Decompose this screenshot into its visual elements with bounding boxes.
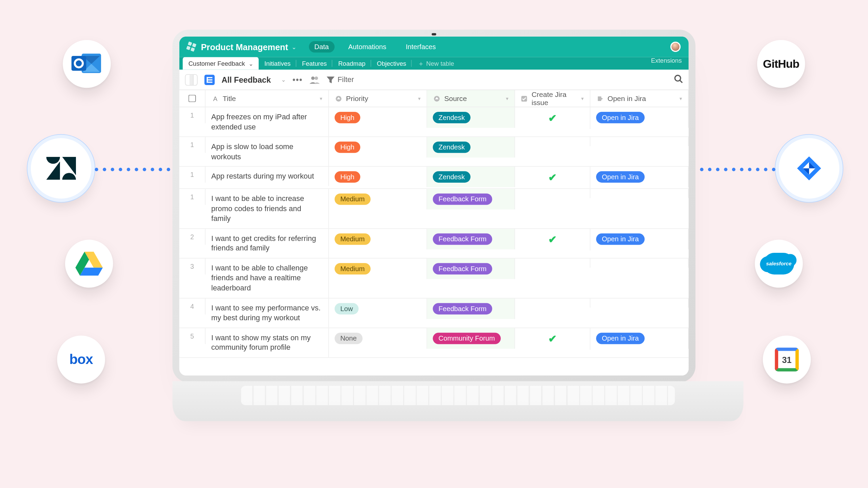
cell-priority[interactable]: Medium (329, 189, 427, 210)
cell-title[interactable]: I want to see my performance vs. my best… (205, 298, 329, 327)
cell-title[interactable]: App restarts during my workout (205, 167, 329, 186)
cell-source[interactable]: Zendesk (427, 107, 515, 128)
cell-create-jira[interactable] (515, 189, 590, 198)
table-row[interactable]: 1 App restarts during my workout High Ze… (179, 167, 689, 189)
grid-body: 1 App freezes on my iPad after extended … (179, 107, 689, 375)
row-number: 5 (179, 328, 205, 344)
cell-create-jira[interactable] (515, 137, 590, 146)
cell-title[interactable]: I want to be able to challenge friends a… (205, 259, 329, 298)
column-source[interactable]: Source ▾ (427, 90, 515, 107)
row-number: 2 (179, 229, 205, 245)
box-icon: box (57, 336, 105, 383)
source-pill: Feedback Form (433, 194, 492, 205)
cell-source[interactable]: Community Forum (427, 328, 515, 349)
chevron-down-icon[interactable]: ⌄ (281, 77, 285, 83)
cell-create-jira[interactable] (515, 298, 590, 307)
cell-source[interactable]: Zendesk (427, 167, 515, 187)
cell-title[interactable]: I want to get credits for referring frie… (205, 229, 329, 258)
cell-source[interactable]: Zendesk (427, 137, 515, 158)
cell-open-jira[interactable] (590, 298, 689, 307)
new-table-button[interactable]: ＋ New table (412, 57, 460, 69)
cell-title[interactable]: App is slow to load some workouts (205, 137, 329, 166)
select-all-checkbox[interactable] (179, 90, 205, 107)
chevron-down-icon[interactable]: ▾ (320, 96, 322, 101)
cell-title[interactable]: App freezes on my iPad after extended us… (205, 107, 329, 137)
cell-priority[interactable]: None (329, 328, 427, 349)
nav-data[interactable]: Data (309, 41, 334, 53)
open-in-jira-button[interactable]: Open in Jira (596, 233, 645, 245)
column-create-jira[interactable]: Create Jira issue ▾ (515, 90, 590, 107)
open-in-jira-button[interactable]: Open in Jira (596, 171, 645, 183)
table-row[interactable]: 2 I want to get credits for referring fr… (179, 229, 689, 259)
source-pill: Feedback Form (433, 263, 492, 274)
zendesk-icon (31, 138, 92, 199)
cell-open-jira[interactable] (590, 259, 689, 268)
cell-priority[interactable]: Medium (329, 259, 427, 279)
tab-initiatives[interactable]: Initiatives (259, 57, 296, 69)
cell-priority[interactable]: High (329, 137, 427, 158)
row-number: 1 (179, 167, 205, 183)
text-field-icon: A (211, 95, 219, 103)
github-icon: GitHub (757, 40, 805, 88)
table-row[interactable]: 4 I want to see my performance vs. my be… (179, 298, 689, 328)
cell-source[interactable]: Feedback Form (427, 189, 515, 210)
cell-source[interactable]: Feedback Form (427, 298, 515, 319)
nav-automations[interactable]: Automations (342, 41, 392, 53)
cell-open-jira[interactable]: Open in Jira (590, 328, 689, 349)
cell-source[interactable]: Feedback Form (427, 259, 515, 279)
cell-create-jira[interactable]: ✔ (515, 229, 590, 250)
cell-title[interactable]: I want to show my stats on my community … (205, 328, 329, 357)
tab-objectives[interactable]: Objectives (371, 57, 412, 69)
table-row[interactable]: 1 App is slow to load some workouts High… (179, 137, 689, 167)
cell-open-jira[interactable] (590, 137, 689, 146)
open-in-jira-button[interactable]: Open in Jira (596, 112, 645, 123)
table-row[interactable]: 3 I want to be able to challenge friends… (179, 259, 689, 298)
table-row[interactable]: 5 I want to show my stats on my communit… (179, 328, 689, 358)
cell-priority[interactable]: High (329, 107, 427, 128)
sidebar-toggle-icon[interactable] (185, 74, 198, 85)
table-row[interactable]: 1 App freezes on my iPad after extended … (179, 107, 689, 137)
avatar[interactable] (670, 42, 680, 52)
chevron-down-icon[interactable]: ⌄ (249, 60, 253, 67)
source-pill: Zendesk (433, 142, 470, 153)
collaborators-icon[interactable] (310, 76, 320, 84)
priority-pill: Medium (335, 233, 371, 245)
tab-features[interactable]: Features (296, 57, 333, 69)
chevron-down-icon[interactable]: ⌄ (292, 44, 296, 50)
filter-button[interactable]: Filter (327, 75, 354, 84)
base-title[interactable]: Product Management (201, 42, 288, 52)
extensions-button[interactable]: Extensions (644, 57, 689, 69)
chevron-down-icon[interactable]: ▾ (506, 96, 509, 101)
cell-priority[interactable]: Medium (329, 229, 427, 249)
cell-create-jira[interactable]: ✔ (515, 107, 590, 129)
priority-pill: Medium (335, 263, 371, 274)
cell-open-jira[interactable]: Open in Jira (590, 229, 689, 249)
cell-open-jira[interactable]: Open in Jira (590, 167, 689, 187)
grid-header: A Title ▾ Priority ▾ (179, 90, 689, 107)
cell-open-jira[interactable]: Open in Jira (590, 107, 689, 128)
chevron-down-icon[interactable]: ▾ (581, 96, 584, 101)
chevron-down-icon[interactable]: ▾ (418, 96, 421, 101)
cell-create-jira[interactable]: ✔ (515, 328, 590, 350)
cell-create-jira[interactable]: ✔ (515, 167, 590, 188)
column-open-jira[interactable]: Open in Jira ▾ (590, 90, 689, 107)
cell-priority[interactable]: High (329, 167, 427, 187)
cell-open-jira[interactable] (590, 189, 689, 198)
column-priority[interactable]: Priority ▾ (329, 90, 427, 107)
laptop-keyboard (173, 381, 744, 421)
tab-roadmap[interactable]: Roadmap (333, 57, 371, 69)
view-name[interactable]: All Feedback (221, 75, 271, 84)
cell-create-jira[interactable] (515, 259, 590, 268)
tab-customer-feedback[interactable]: Customer Feedback ⌄ (183, 57, 259, 69)
nav-interfaces[interactable]: Interfaces (400, 41, 441, 53)
search-icon[interactable] (674, 74, 683, 85)
column-title[interactable]: A Title ▾ (205, 90, 329, 107)
cell-source[interactable]: Feedback Form (427, 229, 515, 249)
cell-priority[interactable]: Low (329, 298, 427, 319)
cell-title[interactable]: I want to be able to increase promo code… (205, 189, 329, 228)
source-pill: Zendesk (433, 112, 470, 123)
chevron-down-icon[interactable]: ▾ (679, 96, 682, 101)
more-options-icon[interactable]: ••• (293, 75, 303, 84)
table-row[interactable]: 1 I want to be able to increase promo co… (179, 189, 689, 229)
open-in-jira-button[interactable]: Open in Jira (596, 332, 645, 344)
